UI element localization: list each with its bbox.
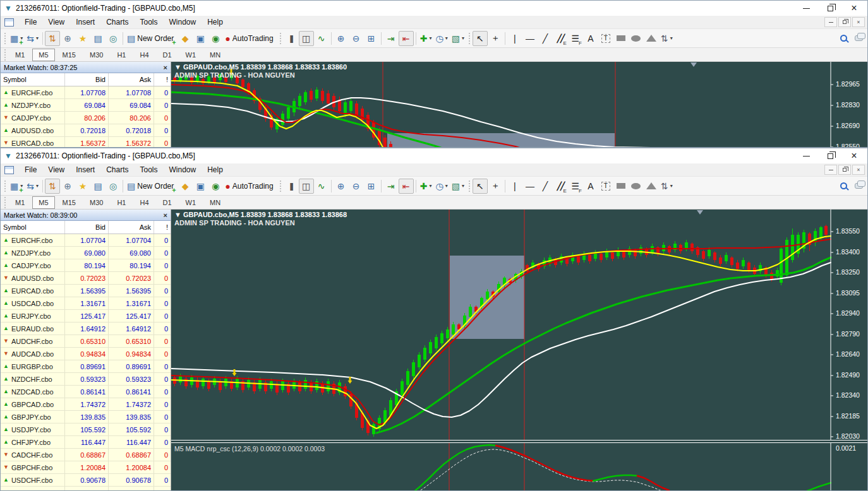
periods-button[interactable]: ◷▾ [433, 31, 449, 46]
menu-charts[interactable]: Charts [100, 16, 134, 28]
zoom-in-button[interactable]: ⊕ [334, 31, 349, 46]
toolbar-drag-handle[interactable] [4, 196, 6, 209]
menu-file[interactable]: File [19, 16, 42, 28]
timeframe-h1[interactable]: H1 [111, 49, 132, 61]
symbol-row[interactable]: ▼CADJPY.cbo80.20680.2060 [1, 112, 171, 124]
metaeditor-button[interactable]: ◆ [178, 179, 193, 194]
search-button[interactable] [836, 179, 851, 194]
channel-button[interactable]: ╱╱E [553, 31, 568, 46]
vertical-line-button[interactable]: | [507, 31, 522, 46]
text-button[interactable]: A [583, 31, 598, 46]
price-chart[interactable]: 1.829651.828301.826901.82550▼ GBPAUD.cbo… [171, 62, 866, 147]
timeframe-h1[interactable]: H1 [111, 196, 132, 209]
crosshair-button[interactable]: ＋ [488, 31, 503, 46]
close-button[interactable]: × [842, 148, 866, 163]
restore-button[interactable] [818, 148, 842, 163]
terminal-button[interactable]: ▤ [90, 179, 105, 194]
zoom-out-button[interactable]: ⊖ [349, 31, 364, 46]
line-chart-button[interactable]: ∿ [314, 31, 329, 46]
symbol-row[interactable]: ▲NZDJPY.cbo69.08469.0840 [1, 99, 171, 112]
menu-file[interactable]: File [19, 164, 42, 175]
indicators-button[interactable]: ✚▾ [418, 179, 434, 194]
indicators-button[interactable]: ✚▾ [418, 31, 434, 46]
timeframe-m5[interactable]: M5 [32, 196, 54, 209]
expert-advisors-button[interactable]: ▣ [193, 31, 208, 46]
menu-charts[interactable]: Charts [100, 164, 134, 175]
vertical-line-button[interactable]: | [507, 179, 522, 194]
tile-windows-button[interactable]: ⊞ [364, 179, 379, 194]
symbol-row[interactable]: ▼GBPCHF.cbo1.200841.200840 [1, 461, 171, 474]
toolbar-drag-handle[interactable] [468, 180, 471, 192]
new-chart-button[interactable]: ▦＋▾ [8, 31, 25, 46]
timeframe-h4[interactable]: H4 [133, 49, 155, 61]
chart-area[interactable]: 1.829651.828301.826901.82550▼ GBPAUD.cbo… [171, 62, 867, 147]
mdi-close-button[interactable]: × [852, 17, 865, 27]
market-watch-button[interactable]: ⇅ [45, 31, 60, 46]
column-header-symbol[interactable]: Symbol [1, 221, 65, 234]
channel-button[interactable]: ╱╱E [553, 179, 568, 194]
chart-area[interactable]: 1.835501.834001.832501.830951.829401.827… [171, 210, 867, 490]
timeframe-m30[interactable]: M30 [83, 49, 109, 61]
menu-window[interactable]: Window [164, 16, 202, 28]
fibonacci-button[interactable]: ☰F [568, 31, 583, 46]
toolbar-drag-handle[interactable] [279, 32, 282, 45]
templates-button[interactable]: ▧▾ [450, 179, 466, 194]
bar-chart-button[interactable]: ||| [284, 31, 299, 46]
symbol-row[interactable]: ▼EURCAD.cbo1.563721.563720 [1, 137, 171, 147]
menu-tools[interactable]: Tools [135, 16, 164, 28]
column-header-ask[interactable]: Ask [109, 73, 154, 86]
arrows-button[interactable]: ⇅▾ [659, 31, 675, 46]
strategy-tester-button[interactable]: ◎ [105, 179, 121, 194]
signals-button[interactable]: ◉ [208, 31, 223, 46]
menu-tools[interactable]: Tools [135, 164, 164, 175]
timeframe-m5[interactable]: M5 [32, 49, 54, 61]
column-header-ask[interactable]: Ask [109, 221, 154, 234]
menu-insert[interactable]: Insert [70, 16, 100, 28]
mdi-minimize-button[interactable] [824, 165, 837, 175]
fibonacci-button[interactable]: ☰F [568, 179, 583, 194]
symbol-row[interactable]: ▲NZDCAD.cbo0.861410.861410 [1, 386, 171, 398]
ellipse-button[interactable] [629, 179, 644, 194]
cursor-button[interactable]: ↖ [473, 179, 488, 194]
symbol-row[interactable]: ▲NZDJPY.cbo69.08069.0800 [1, 247, 171, 259]
column-header-symbol[interactable]: Symbol [1, 73, 65, 86]
candlesticks-button[interactable]: ◫ [299, 31, 314, 46]
menu-help[interactable]: Help [202, 16, 229, 28]
symbol-row[interactable]: ▼AUDUSD.cbo0.720230.720230 [1, 272, 171, 285]
tile-windows-button[interactable]: ⊞ [364, 31, 379, 46]
new-order-button[interactable]: ▤＋New Order [125, 179, 178, 194]
text-label-button[interactable]: T [598, 179, 613, 194]
symbol-row[interactable]: ▼AUDCHF.cbo0.653100.653100 [1, 335, 171, 348]
chat-button[interactable] [851, 31, 866, 46]
navigator-button[interactable]: ★ [75, 31, 90, 46]
horizontal-line-button[interactable]: — [522, 31, 538, 46]
expert-advisors-button[interactable]: ▣ [193, 179, 208, 194]
line-chart-button[interactable]: ∿ [314, 179, 329, 194]
symbol-row[interactable]: ▼CADCHF.cbo0.688670.688670 [1, 449, 171, 461]
candlesticks-button[interactable]: ◫ [299, 179, 314, 194]
navigator-button[interactable]: ★ [75, 179, 90, 194]
timeframe-m1[interactable]: M1 [9, 49, 31, 61]
restore-button[interactable] [818, 1, 842, 16]
arrows-button[interactable]: ⇅▾ [659, 179, 675, 194]
new-order-button[interactable]: ▤＋New Order [125, 31, 178, 46]
symbol-row[interactable]: ▲EURJPY.cbo125.417125.4170 [1, 310, 171, 322]
column-header-alert[interactable]: ! [154, 73, 171, 86]
column-header-bid[interactable]: Bid [65, 221, 109, 234]
column-header-bid[interactable]: Bid [65, 73, 109, 86]
symbol-row[interactable]: ▲EURAUD.cbo1.649121.649120 [1, 322, 171, 335]
strategy-tester-button[interactable]: ◎ [105, 31, 121, 46]
zoom-out-button[interactable]: ⊖ [349, 179, 364, 194]
autotrading-button[interactable]: ●AutoTrading [223, 179, 277, 194]
profiles-button[interactable]: ⇆▾ [25, 31, 40, 46]
symbol-row[interactable]: ▲EURCHF.cbo1.077081.077080 [1, 86, 171, 99]
new-chart-button[interactable]: ▦＋▾ [8, 179, 25, 194]
market-watch-close-button[interactable]: × [164, 211, 167, 219]
symbol-row[interactable]: ▲USDJPY.cbo105.592105.5920 [1, 423, 171, 436]
rectangle-button[interactable] [613, 179, 629, 194]
cursor-button[interactable]: ↖ [473, 31, 488, 46]
toolbar-drag-handle[interactable] [4, 32, 6, 45]
price-chart[interactable]: 1.835501.834001.832501.830951.829401.827… [171, 210, 866, 440]
chart-shift-button[interactable]: ⇤ [399, 31, 414, 46]
auto-scroll-button[interactable]: ⇥ [383, 179, 399, 194]
